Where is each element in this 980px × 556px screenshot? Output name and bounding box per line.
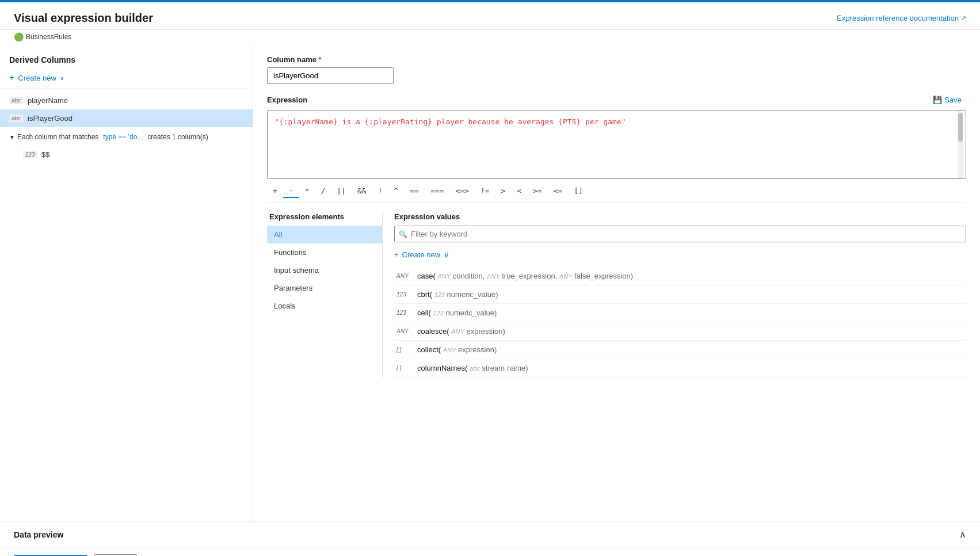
- elem-item-all[interactable]: All: [267, 226, 382, 243]
- create-new-button[interactable]: + Create new ∨: [0, 69, 253, 86]
- type-badge-abc: abc: [9, 115, 23, 122]
- type-badge-arr: [ ]: [396, 365, 413, 371]
- elem-item-parameters[interactable]: Parameters: [267, 279, 382, 297]
- op-plus[interactable]: +: [267, 184, 283, 197]
- func-item-case[interactable]: ANY case( ANY condition, ANY true_expres…: [394, 267, 966, 285]
- op-spaceship[interactable]: <=>: [449, 184, 474, 197]
- op-not[interactable]: !: [372, 184, 388, 197]
- sidebar: Derived Columns + Create new ∨ abc playe…: [0, 46, 253, 521]
- required-indicator: *: [319, 55, 322, 64]
- sidebar-item-label: isPlayerGood: [28, 114, 73, 123]
- data-preview-title: Data preview: [14, 530, 63, 539]
- func-item-ceil[interactable]: 123 ceil( 123 numeric_value): [394, 304, 966, 322]
- expression-label: Expression: [267, 96, 307, 104]
- chevron-down-icon: ▼: [9, 134, 15, 140]
- op-gt[interactable]: >: [495, 184, 512, 197]
- each-column-text: Each column that matches: [17, 133, 98, 141]
- elem-item-functions[interactable]: Functions: [267, 243, 382, 261]
- op-lt[interactable]: <: [511, 184, 527, 197]
- type-badge-num: 123: [396, 310, 413, 316]
- chevron-down-icon: ∨: [444, 250, 449, 259]
- main-layout: Derived Columns + Create new ∨ abc playe…: [0, 46, 980, 521]
- op-and[interactable]: &&: [352, 184, 372, 197]
- breadcrumb-icon: 🟢: [14, 32, 24, 41]
- collapse-icon: ∧: [959, 529, 966, 540]
- derived-columns-title: Derived Columns: [0, 55, 253, 69]
- search-icon: 🔍: [399, 230, 407, 238]
- type-badge-num: 123: [23, 151, 37, 158]
- type-badge-any: ANY: [396, 273, 413, 279]
- dollar-item-label: $$: [41, 150, 49, 159]
- expr-string-red: "{:playerName} is a {:playerRating} play…: [274, 117, 626, 126]
- expression-reference-link[interactable]: Expression reference documentation ↗: [837, 14, 966, 22]
- expression-elements-panel: Expression elements All Functions Input …: [267, 212, 382, 378]
- sidebar-item-label: playerName: [28, 96, 68, 105]
- type-badge-num: 123: [396, 291, 413, 298]
- op-eq[interactable]: ==: [404, 184, 425, 197]
- data-preview-toggle[interactable]: Data preview ∧: [0, 522, 980, 547]
- save-expression-button[interactable]: 💾 Save: [928, 93, 966, 106]
- expression-section: Expression 💾 Save "{:playerName} is a {:…: [267, 93, 966, 378]
- plus-icon: +: [9, 73, 14, 83]
- func-signature: coalesce( ANY expression): [417, 327, 505, 336]
- dollar-item[interactable]: 123 $$: [0, 147, 253, 162]
- plus-icon: +: [394, 250, 399, 259]
- elem-item-locals[interactable]: Locals: [267, 297, 382, 315]
- expression-elements-title: Expression elements: [267, 212, 382, 221]
- each-column-suffix: creates 1 column(s): [147, 133, 208, 141]
- op-caret[interactable]: ^: [388, 184, 404, 197]
- each-column-link[interactable]: type == 'do...: [103, 133, 143, 141]
- func-item-collect[interactable]: [ ] collect( ANY expression): [394, 341, 966, 359]
- expression-values-panel: Expression values 🔍 + Create new ∨: [382, 212, 966, 378]
- func-item-columnNames[interactable]: [ ] columnNames( abc stream name): [394, 359, 966, 378]
- scrollbar-thumb[interactable]: [958, 113, 963, 142]
- op-lte[interactable]: <=: [548, 184, 569, 197]
- expression-code: "{:playerName} is a {:playerRating} play…: [274, 117, 626, 126]
- breadcrumb: 🟢 BusinessRules: [0, 30, 980, 46]
- scrollbar-track: [958, 111, 963, 178]
- expr-bottom: Expression elements All Functions Input …: [267, 212, 966, 378]
- operators-bar: + - * / || && ! ^ == === <=> != > < >= <…: [267, 179, 966, 203]
- divider: [0, 89, 253, 89]
- func-signature: cbrt( 123 numeric_value): [417, 290, 498, 299]
- type-badge-arr: [ ]: [396, 346, 413, 353]
- op-neq[interactable]: !=: [475, 184, 495, 197]
- each-column-row: ▼ Each column that matches type == 'do..…: [0, 127, 253, 147]
- func-signature: columnNames( abc stream name): [417, 364, 528, 372]
- op-minus[interactable]: -: [283, 184, 299, 198]
- type-badge-abc: abc: [9, 97, 23, 104]
- bottom-section: Data preview ∧: [0, 521, 980, 547]
- op-divide[interactable]: /: [315, 184, 331, 197]
- column-name-input[interactable]: [267, 67, 394, 84]
- sidebar-item-playerName[interactable]: abc playerName: [0, 92, 253, 109]
- chevron-down-icon: ∨: [60, 75, 64, 81]
- expression-header: Expression 💾 Save: [267, 93, 966, 106]
- page-title: Visual expression builder: [14, 12, 153, 25]
- save-icon: 💾: [933, 96, 942, 104]
- each-column-toggle[interactable]: ▼ Each column that matches type == 'do..…: [5, 131, 243, 143]
- op-bracket[interactable]: []: [569, 184, 589, 197]
- func-item-cbrt[interactable]: 123 cbrt( 123 numeric_value): [394, 285, 966, 304]
- elem-item-input-schema[interactable]: Input schema: [267, 261, 382, 279]
- func-item-coalesce[interactable]: ANY coalesce( ANY expression): [394, 322, 966, 341]
- op-strict-eq[interactable]: ===: [425, 184, 449, 197]
- expression-editor[interactable]: "{:playerName} is a {:playerRating} play…: [267, 110, 966, 179]
- right-panel: Column name * Expression 💾 Save "{:playe…: [253, 46, 980, 521]
- op-multiply[interactable]: *: [299, 184, 315, 197]
- func-signature: collect( ANY expression): [417, 345, 497, 354]
- expression-values-title: Expression values: [394, 212, 966, 221]
- func-signature: ceil( 123 numeric_value): [417, 309, 497, 317]
- func-signature: case( ANY condition, ANY true_expression…: [417, 272, 633, 280]
- op-or[interactable]: ||: [331, 184, 352, 197]
- filter-input[interactable]: [394, 226, 966, 242]
- filter-input-wrap: 🔍: [394, 226, 966, 242]
- create-new-label: Create new: [18, 74, 56, 82]
- breadcrumb-text: BusinessRules: [26, 33, 71, 41]
- create-new-value-button[interactable]: + Create new ∨: [394, 248, 966, 261]
- header: Visual expression builder Expression ref…: [0, 2, 980, 30]
- sidebar-item-isPlayerGood[interactable]: abc isPlayerGood: [0, 109, 253, 127]
- column-name-label: Column name *: [267, 55, 966, 64]
- footer-actions: Save and finish Cancel Clear contents: [0, 547, 980, 556]
- op-gte[interactable]: >=: [527, 184, 548, 197]
- type-badge-any: ANY: [396, 328, 413, 334]
